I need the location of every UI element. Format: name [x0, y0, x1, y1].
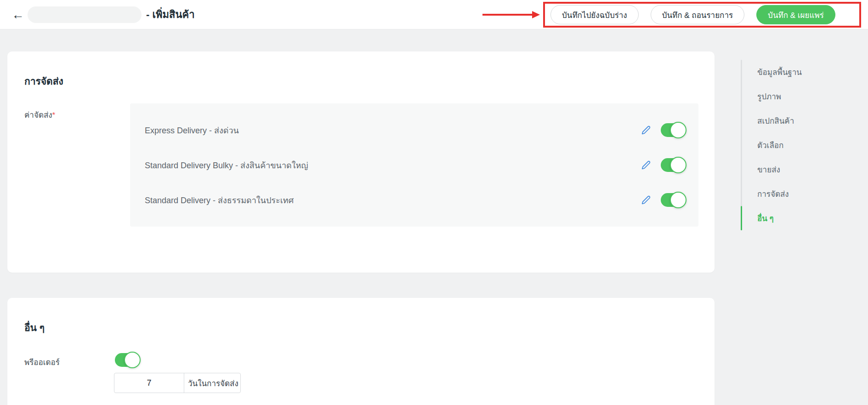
- nav-rail-active-indicator: [741, 206, 742, 230]
- toggle-knob: [670, 157, 686, 173]
- shipping-card: การจัดส่ง ค่าจัดส่ง* Express Delivery - …: [7, 51, 715, 273]
- annotation-red-box: บันทึกไปยังฉบับร่าง บันทึก & ถอนรายการ บ…: [543, 2, 861, 28]
- edit-shipping-option-button[interactable]: [641, 194, 652, 205]
- shipping-option-row: Express Delivery - ส่งด่วน: [130, 113, 698, 148]
- preorder-days-unit: วันในการจัดส่ง: [184, 373, 241, 393]
- shipping-option-toggle[interactable]: [661, 123, 686, 137]
- preorder-label: พรีออเดอร์: [24, 356, 60, 368]
- shipping-fee-label-text: ค่าจัดส่ง: [24, 111, 52, 120]
- edit-shipping-option-button[interactable]: [641, 125, 652, 136]
- annotation-red-arrow-icon: [482, 9, 540, 20]
- nav-item-wholesale[interactable]: ขายส่ง: [741, 157, 865, 182]
- section-anchor-nav: ข้อมูลพื้นฐาน รูปภาพ สเปกสินค้า ตัวเลือก…: [741, 60, 865, 230]
- shipping-option-row: Standard Delivery Bulky - ส่งสินค้าขนาดใ…: [130, 148, 698, 183]
- toggle-knob: [670, 122, 686, 138]
- back-button[interactable]: ←: [9, 6, 27, 23]
- nav-item-others[interactable]: อื่น ๆ: [741, 206, 865, 230]
- shipping-option-label: Express Delivery - ส่งด่วน: [145, 124, 641, 137]
- nav-item-product-spec[interactable]: สเปกสินค้า: [741, 108, 865, 133]
- shipping-option-toggle[interactable]: [661, 158, 686, 172]
- edit-shipping-option-button[interactable]: [641, 160, 652, 171]
- preorder-days-group: วันในการจัดส่ง: [114, 373, 241, 393]
- nav-item-shipping[interactable]: การจัดส่ง: [741, 182, 865, 206]
- toggle-knob: [124, 352, 141, 368]
- shipping-card-title: การจัดส่ง: [24, 74, 63, 89]
- save-and-publish-button[interactable]: บันทึก & เผยแพร่: [756, 5, 835, 24]
- page-title: - เพิ่มสินค้า: [146, 0, 195, 29]
- others-card: อื่น ๆ พรีออเดอร์ วันในการจัดส่ง: [7, 298, 715, 405]
- save-to-draft-button[interactable]: บันทึกไปยังฉบับร่าง: [550, 5, 639, 24]
- pencil-edit-icon: [641, 125, 651, 135]
- nav-rail: [741, 60, 742, 230]
- others-card-title: อื่น ๆ: [24, 320, 45, 335]
- shipping-options-panel: Express Delivery - ส่งด่วน Standard Deli…: [130, 103, 698, 227]
- pencil-edit-icon: [641, 160, 651, 170]
- preorder-toggle[interactable]: [115, 353, 140, 367]
- shipping-option-label: Standard Delivery - ส่งธรรมดาในประเทศ: [145, 194, 641, 207]
- redacted-shop-name: [28, 6, 142, 23]
- nav-item-options[interactable]: ตัวเลือก: [741, 133, 865, 157]
- nav-item-images[interactable]: รูปภาพ: [741, 84, 865, 108]
- arrow-left-icon: ←: [12, 8, 24, 22]
- shipping-option-label: Standard Delivery Bulky - ส่งสินค้าขนาดใ…: [145, 159, 641, 172]
- pencil-edit-icon: [641, 195, 651, 205]
- save-and-delist-button[interactable]: บันทึก & ถอนรายการ: [651, 5, 744, 24]
- preorder-days-input[interactable]: [114, 373, 184, 393]
- toggle-knob: [670, 192, 686, 208]
- top-bar: ← - เพิ่มสินค้า บันทึกไปยังฉบับร่าง บันท…: [0, 0, 868, 29]
- required-asterisk: *: [52, 111, 56, 120]
- shipping-option-toggle[interactable]: [661, 193, 686, 207]
- nav-item-basic-info[interactable]: ข้อมูลพื้นฐาน: [741, 60, 865, 84]
- shipping-fee-label: ค่าจัดส่ง*: [24, 108, 55, 121]
- shipping-option-row: Standard Delivery - ส่งธรรมดาในประเทศ: [130, 183, 698, 217]
